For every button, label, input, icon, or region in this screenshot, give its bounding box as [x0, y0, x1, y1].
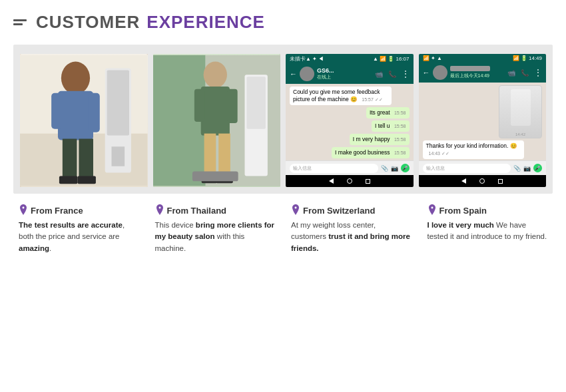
switzerland-location-text: From Switzerland [303, 206, 375, 216]
page-header: CUSTOMER EXPERIENCE [13, 12, 553, 33]
home-nav-icon-spain [479, 178, 485, 184]
images-row: 未插卡▲ ✦ ◀ ▲ 📶 🔋 16:07 ← GS6... 在线上 📹 [20, 54, 546, 187]
chat-bubble: I tell u 15:58 [372, 120, 410, 132]
svg-rect-8 [88, 93, 100, 132]
spain-location-text: From Spain [439, 206, 487, 216]
switzerland-description: At my weight loss center, customers trus… [291, 220, 412, 254]
france-image [20, 54, 148, 187]
back-icon-spain[interactable]: ← [423, 69, 430, 77]
chat-contact-info: GS6... 在线上 [317, 67, 372, 81]
status-left: 📶 ✦ ▲ [423, 55, 442, 61]
thailand-image [153, 54, 281, 187]
mic-button[interactable]: 🎤 [401, 164, 410, 172]
chat-input-spain[interactable]: 输入信息 [423, 164, 511, 173]
thailand-description: This device bring more clients for my be… [155, 220, 276, 254]
contact-status-spain: 最后上线今天14:49 [450, 73, 505, 79]
phone-icon-spain[interactable]: 📞 [521, 69, 529, 77]
svg-rect-6 [58, 91, 93, 140]
spain-info-card: From Spain I love it very much We have t… [422, 200, 553, 258]
svg-rect-21 [194, 89, 204, 122]
input-placeholder: 输入信息 [293, 165, 312, 172]
video-icon-spain[interactable]: 📹 [507, 69, 515, 77]
svg-rect-12 [77, 176, 95, 184]
svg-rect-22 [226, 89, 237, 123]
recents-nav-icon-spain [498, 179, 503, 184]
machine-image-container: 14:42 [423, 85, 543, 138]
status-time: 未插卡▲ ✦ ◀ [290, 55, 324, 63]
chat-bubble: Its great 15:58 [366, 107, 410, 118]
france-location-row: From France [19, 204, 139, 216]
nav-bar-switzerland [286, 175, 414, 187]
menu-lines-icon [13, 19, 27, 25]
chat-header-switzerland: ← GS6... 在线上 📹 📞 ⋮ [286, 64, 414, 84]
chat-input-switzerland[interactable]: 输入信息 [290, 164, 378, 173]
chat-bubble: Thanks for your kind information. 😊 14:4… [423, 140, 525, 159]
machine-image: 14:42 [499, 85, 542, 138]
france-image-card [20, 54, 148, 187]
title-experience: EXPERIENCE [146, 12, 265, 33]
nav-bar-spain [419, 175, 547, 187]
gallery-section: 未插卡▲ ✦ ◀ ▲ 📶 🔋 16:07 ← GS6... 在线上 📹 [13, 45, 553, 194]
svg-rect-4 [111, 146, 125, 166]
svg-rect-10 [79, 138, 93, 181]
home-nav-icon [347, 178, 352, 184]
attachment-icon[interactable]: 📎 [381, 165, 388, 172]
mic-button-spain[interactable]: 🎤 [533, 164, 542, 172]
svg-rect-11 [59, 176, 77, 184]
camera-icon-spain[interactable]: 📷 [523, 165, 531, 172]
camera-icon[interactable]: 📷 [391, 165, 398, 172]
svg-rect-7 [51, 93, 63, 129]
pin-icon-switzerland [291, 204, 300, 216]
spain-location-row: From Spain [427, 204, 548, 216]
chat-bubble: I make good business 15:58 [332, 147, 410, 158]
status-icons: ▲ 📶 🔋 16:07 [373, 56, 410, 62]
recents-nav-icon [366, 179, 370, 184]
thailand-scene-svg [153, 54, 281, 187]
chat-footer-spain: 输入信息 📎 📷 🎤 [419, 160, 547, 175]
video-icon[interactable]: 📹 [375, 71, 383, 78]
avatar-switzerland [300, 67, 314, 81]
spain-description: I love it very much We have tested it an… [427, 220, 548, 243]
back-nav-icon [329, 178, 334, 184]
contact-name-spain [450, 66, 490, 71]
switzerland-chat: 未插卡▲ ✦ ◀ ▲ 📶 🔋 16:07 ← GS6... 在线上 📹 [286, 54, 414, 187]
switzerland-info-card: From Switzerland At my weight loss cente… [286, 200, 417, 258]
phone-icon[interactable]: 📞 [388, 71, 396, 78]
thailand-location-text: From Thailand [167, 206, 227, 216]
svg-rect-27 [192, 172, 238, 182]
spain-image-card: 📶 ✦ ▲ 📶 🔋 14:49 ← 最后上线今天14:49 📹 [419, 54, 547, 187]
switzerland-image-card: 未插卡▲ ✦ ◀ ▲ 📶 🔋 16:07 ← GS6... 在线上 📹 [286, 54, 414, 187]
contact-name: GS6... [317, 67, 372, 74]
chat-body-switzerland: Could you give me some feedback picture … [286, 84, 414, 160]
chat-bubble: I m very happy 15:58 [350, 134, 410, 145]
svg-rect-9 [63, 138, 77, 181]
svg-point-19 [203, 62, 226, 88]
avatar-spain [433, 65, 447, 80]
contact-status: 在线上 [317, 74, 372, 81]
status-bar-switzerland: 未插卡▲ ✦ ◀ ▲ 📶 🔋 16:07 [286, 54, 414, 64]
status-bar-spain: 📶 ✦ ▲ 📶 🔋 14:49 [419, 54, 547, 63]
svg-rect-18 [246, 77, 265, 129]
title-customer: CUSTOMER [36, 12, 140, 33]
attachment-icon-spain[interactable]: 📎 [513, 165, 521, 172]
status-right: 📶 🔋 14:49 [513, 55, 542, 61]
switzerland-location-row: From Switzerland [291, 204, 412, 216]
pin-icon-france [19, 204, 28, 216]
chat-bubble: Could you give me some feedback picture … [290, 87, 392, 105]
chat-header-spain: ← 最后上线今天14:49 📹 📞 ⋮ [419, 63, 547, 83]
page-wrapper: CUSTOMER EXPERIENCE [0, 0, 566, 392]
spain-image: 📶 ✦ ▲ 📶 🔋 14:49 ← 最后上线今天14:49 📹 [419, 54, 547, 187]
thailand-image-card [153, 54, 281, 187]
france-scene-svg [20, 54, 148, 187]
svg-rect-3 [107, 70, 129, 135]
france-description: The test results are accurate, both the … [19, 220, 139, 254]
spain-chat: 📶 ✦ ▲ 📶 🔋 14:49 ← 最后上线今天14:49 📹 [419, 54, 547, 187]
back-icon[interactable]: ← [290, 70, 297, 78]
switzerland-image: 未插卡▲ ✦ ◀ ▲ 📶 🔋 16:07 ← GS6... 在线上 📹 [286, 54, 414, 187]
input-placeholder-spain: 输入信息 [426, 165, 445, 172]
back-nav-icon-spain [461, 178, 466, 184]
chat-footer-switzerland: 输入信息 📎 📷 🎤 [286, 160, 414, 175]
more-icon[interactable]: ⋮ [402, 69, 410, 79]
chat-body-spain: 14:42 Thanks for your kind information. … [419, 83, 547, 160]
more-icon-spain[interactable]: ⋮ [534, 68, 542, 77]
